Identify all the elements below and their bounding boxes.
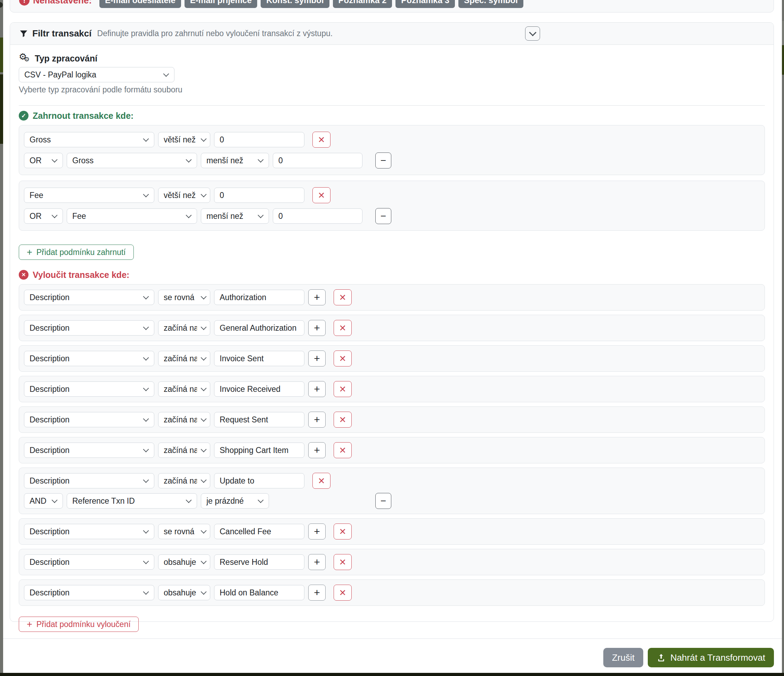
operator-select[interactable]: obsahuje [158,585,210,600]
page-background-right-edge [782,0,784,676]
value-input[interactable] [214,585,305,600]
upload-icon [656,653,666,662]
operator-select[interactable]: začíná na [158,320,210,336]
add-subcondition-button[interactable]: + [308,381,326,397]
join-select[interactable]: AND [24,493,63,508]
value-input[interactable] [214,381,305,397]
remove-condition-button[interactable]: ✕ [334,524,352,539]
add-subcondition-button[interactable]: + [308,584,326,601]
processing-type-select[interactable]: CSV - PayPal logika [19,67,174,82]
add-include-condition-button[interactable]: + Přidat podmínku zahrnutí [19,244,134,260]
collapse-filter-button[interactable] [525,26,540,40]
condition-row: Description začíná na + ✕ [24,351,760,367]
page-background-bottom-edge [0,673,784,676]
add-exclude-condition-button[interactable]: + Přidat podmínku vyloučení [19,617,138,632]
operator-select[interactable]: se rovná [158,290,210,305]
value-input[interactable] [273,153,362,168]
value-input[interactable] [214,188,305,203]
value-input[interactable] [214,555,305,570]
value-input[interactable] [214,290,305,305]
plus-icon: + [27,247,32,258]
page-background-left-edge [0,0,3,676]
field-select[interactable]: Description [24,412,154,427]
field-select[interactable]: Description [24,351,154,366]
operator-select[interactable]: větší než [158,188,210,203]
remove-condition-button[interactable]: ✕ [334,554,352,570]
exclude-heading: Vyloučit transakce kde: [33,270,129,280]
remove-condition-button[interactable]: ✕ [334,289,352,305]
field-select[interactable]: Description [24,585,154,600]
value-input[interactable] [214,132,305,147]
operator-select[interactable]: obsahuje [158,555,210,570]
add-subcondition-button[interactable]: + [308,554,326,570]
field-select[interactable]: Fee [24,188,154,203]
condition-row: OR Fee menší než − [24,208,760,224]
condition-row: AND Reference Txn ID je prázdné − [24,493,760,509]
operator-select[interactable]: začíná na [158,412,210,427]
transaction-filter-card: Filtr transakcí Definujte pravidla pro z… [10,22,774,622]
remove-condition-button[interactable]: ✕ [334,442,352,458]
operator-select[interactable]: začíná na [158,443,210,458]
add-subcondition-button[interactable]: + [308,289,326,305]
field-select[interactable]: Gross [67,153,197,168]
operator-select[interactable]: se rovná [158,524,210,539]
exclude-condition-group: Description začíná na + ✕ [19,406,765,433]
operator-select[interactable]: je prázdné [201,493,269,508]
value-input[interactable] [214,351,305,366]
operator-select[interactable]: větší než [158,132,210,147]
value-input[interactable] [214,412,305,427]
add-subcondition-button[interactable]: + [308,524,326,539]
field-select[interactable]: Description [24,473,154,488]
filter-card-title: Filtr transakcí [32,28,92,39]
missing-field-badge: E-mail příjemce [185,0,257,8]
value-input[interactable] [273,208,362,224]
field-select[interactable]: Description [24,320,154,336]
remove-condition-button[interactable]: ✕ [334,381,352,397]
add-subcondition-button[interactable]: + [308,320,326,336]
remove-condition-button[interactable]: ✕ [334,584,352,601]
remove-condition-button[interactable]: ✕ [313,473,330,489]
remove-condition-button[interactable]: ✕ [334,351,352,367]
add-subcondition-button[interactable]: + [308,442,326,458]
operator-select[interactable]: menší než [201,153,269,168]
operator-select[interactable]: menší než [201,208,269,224]
add-subcondition-button[interactable]: + [308,351,326,367]
condition-row: Description obsahuje + ✕ [24,584,760,601]
field-select[interactable]: Description [24,290,154,305]
field-select[interactable]: Fee [67,208,197,224]
value-input[interactable] [214,524,305,539]
field-select[interactable]: Description [24,443,154,458]
operator-select[interactable]: začíná na [158,351,210,366]
add-subcondition-button[interactable]: + [308,412,326,427]
exclude-condition-group: Description obsahuje + ✕ [19,549,765,575]
warning-icon: ! [19,0,30,6]
cancel-button[interactable]: Zrušit [603,648,643,667]
condition-row: Description obsahuje + ✕ [24,554,760,570]
include-condition-group: Fee větší než ✕ OR Fee menší než − [19,181,765,231]
field-select[interactable]: Gross [24,132,154,147]
operator-select[interactable]: začíná na [158,381,210,397]
field-select[interactable]: Reference Txn ID [67,493,197,508]
remove-condition-button[interactable]: ✕ [313,187,330,203]
join-select[interactable]: OR [24,153,63,168]
remove-subcondition-button[interactable]: − [375,493,391,509]
value-input[interactable] [214,473,305,488]
operator-select[interactable]: začíná na [158,473,210,488]
field-select[interactable]: Description [24,555,154,570]
remove-subcondition-button[interactable]: − [375,208,391,224]
value-input[interactable] [214,443,305,458]
gears-icon: ⚙ ⚙ [19,53,31,64]
exclude-condition-group: Description začíná na + ✕ [19,345,765,372]
field-select[interactable]: Description [24,524,154,539]
modal-footer: Zrušit Nahrát a Transformovat [3,639,782,673]
remove-subcondition-button[interactable]: − [375,152,391,168]
remove-condition-button[interactable]: ✕ [313,132,330,148]
exclude-condition-group: Description začíná na + ✕ [19,376,765,402]
remove-condition-button[interactable]: ✕ [334,412,352,427]
value-input[interactable] [214,320,305,336]
field-select[interactable]: Description [24,381,154,397]
processing-type-label: Typ zpracování [35,53,97,64]
join-select[interactable]: OR [24,208,63,224]
remove-condition-button[interactable]: ✕ [334,320,352,336]
upload-transform-button[interactable]: Nahrát a Transformovat [648,648,774,667]
